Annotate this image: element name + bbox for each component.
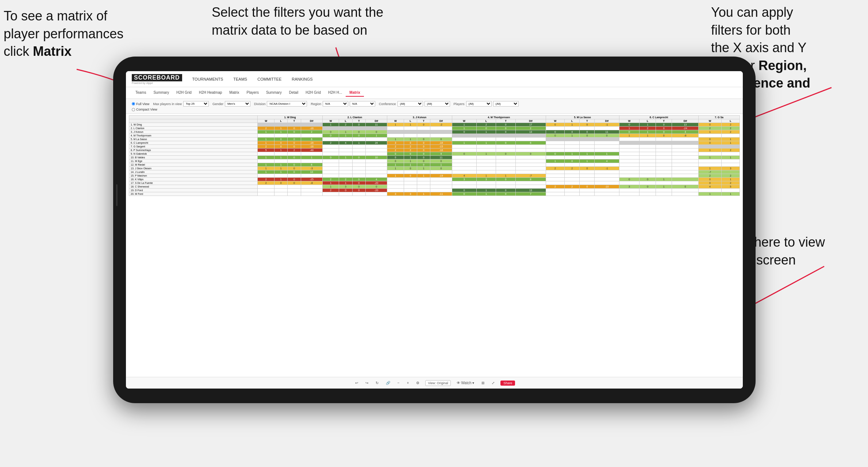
cell-value: 0 [387, 152, 404, 156]
cell-diagonal [699, 145, 721, 148]
cell-empty [404, 178, 417, 181]
tab-detail[interactable]: Detail [285, 89, 302, 97]
tab-teams[interactable]: Teams [132, 89, 150, 97]
tab-players[interactable]: Players [243, 89, 262, 97]
tab-summary-1[interactable]: Summary [150, 89, 173, 97]
cell-value: 0 [352, 189, 365, 192]
cell-empty [288, 189, 301, 192]
select-conference-x[interactable]: (All) [397, 101, 423, 107]
select-region-y[interactable]: N/A [350, 101, 375, 107]
tab-h2h-grid-2[interactable]: H2H Grid [302, 89, 324, 97]
cell-empty [352, 145, 365, 148]
cell-value: 0 [274, 181, 287, 185]
cell-empty [288, 174, 301, 178]
cell-empty [274, 192, 287, 196]
cell-value: 0 [580, 185, 595, 189]
tab-h2h-heatmap[interactable]: H2H Heatmap [195, 89, 226, 97]
refresh-btn[interactable]: ↻ [374, 380, 380, 386]
cell-diagonal [258, 123, 274, 127]
cell-value: 0 [322, 156, 339, 159]
cell-value: -25 [301, 178, 322, 181]
cell-value: 1 [580, 152, 595, 156]
cell-value: 2 [288, 148, 301, 152]
cell-value: 2 [546, 185, 564, 189]
select-region-x[interactable]: N/A [323, 101, 348, 107]
select-players-y[interactable]: (All) [493, 101, 519, 107]
select-conference-y[interactable]: (All) [425, 101, 450, 107]
cell-value: 2 [404, 148, 417, 152]
cell-value: 0 [640, 185, 656, 189]
cell-value: 0 [352, 178, 365, 181]
cell-empty [595, 174, 619, 178]
cell-empty [656, 148, 672, 152]
cell-value: 1 [452, 123, 476, 127]
select-gender[interactable]: Men's [225, 101, 250, 107]
cell-value: 1 [452, 127, 476, 130]
tab-summary-2[interactable]: Summary [262, 89, 285, 97]
cell-value: -11 [430, 192, 452, 196]
cell-empty [656, 170, 672, 174]
zoom-out-btn[interactable]: − [396, 380, 401, 386]
select-players-x[interactable]: (All) [466, 101, 492, 107]
undo-btn[interactable]: ↩ [354, 380, 360, 386]
select-max[interactable]: Top 25 [183, 101, 209, 107]
nav-committee[interactable]: COMMITTEE [256, 76, 283, 82]
cell-empty [699, 163, 721, 167]
cell-value: 1 [619, 134, 640, 138]
cell-value: 0 [417, 159, 430, 163]
nav-teams[interactable]: TEAMS [232, 76, 249, 82]
cell-empty [452, 181, 476, 185]
radio-full-view[interactable]: Full View [132, 102, 149, 106]
cell-value: 1 [339, 130, 352, 134]
cell-empty [672, 159, 699, 163]
cell-empty [656, 192, 672, 196]
radio-compact-view[interactable]: Compact View [132, 108, 157, 111]
link-btn[interactable]: 🔗 [384, 380, 392, 386]
cell-value: 1 [580, 159, 595, 163]
cell-value: 0 [619, 123, 640, 127]
sub-l5: L [565, 119, 580, 123]
tab-matrix-1[interactable]: Matrix [226, 89, 243, 97]
view-original-btn[interactable]: View: Original [425, 380, 450, 386]
tab-h2h-h[interactable]: H2H H... [324, 89, 346, 97]
expand-btn[interactable]: ⤢ [490, 380, 496, 386]
settings-btn[interactable]: ⚙ [415, 380, 421, 386]
cell-value: 4 [565, 130, 580, 134]
cell-empty [672, 156, 699, 159]
nav-tournaments[interactable]: TOURNAMENTS [191, 76, 225, 82]
select-division[interactable]: NCAA Division I [267, 101, 307, 107]
cell-empty [721, 163, 740, 167]
filter-group-region: Region N/A N/A [311, 101, 375, 107]
cell-value: 2 [565, 167, 580, 170]
zoom-in-btn[interactable]: + [406, 380, 411, 386]
cell-empty [565, 156, 580, 159]
redo-btn[interactable]: ↪ [364, 380, 370, 386]
col-header-4: 4. M Thorbjornsen [452, 116, 546, 119]
sub-l4: L [476, 119, 496, 123]
cell-empty [640, 192, 656, 196]
cell-empty [417, 170, 430, 174]
cell-value: 1 [404, 138, 417, 141]
grid-btn[interactable]: ⊞ [480, 380, 486, 386]
share-btn[interactable]: Share [500, 381, 515, 386]
tab-h2h-grid-1[interactable]: H2H Grid [173, 89, 195, 97]
cell-empty [417, 185, 430, 189]
cell-empty [258, 192, 274, 196]
cell-empty [476, 148, 496, 152]
cell-value: 1 [476, 189, 496, 192]
nav-rankings[interactable]: RANKINGS [290, 76, 314, 82]
col-header-5: 5. M La Sasso [546, 116, 619, 119]
cell-empty [595, 127, 619, 130]
cell-diagonal [565, 138, 580, 141]
cell-empty [496, 170, 516, 174]
cell-value: 1 [565, 134, 580, 138]
matrix-area[interactable]: 1. W Ding 2. L Clanton 3. J Koivun 4. M … [126, 114, 743, 377]
cell-empty [322, 145, 339, 148]
watch-btn[interactable]: 👁 Watch ▾ [455, 380, 476, 386]
tablet-button [116, 184, 118, 206]
cell-empty [580, 178, 595, 181]
tab-matrix-2[interactable]: Matrix [346, 89, 364, 97]
cell-empty [656, 189, 672, 192]
cell-empty [656, 181, 672, 185]
sub-w3: W [387, 119, 404, 123]
